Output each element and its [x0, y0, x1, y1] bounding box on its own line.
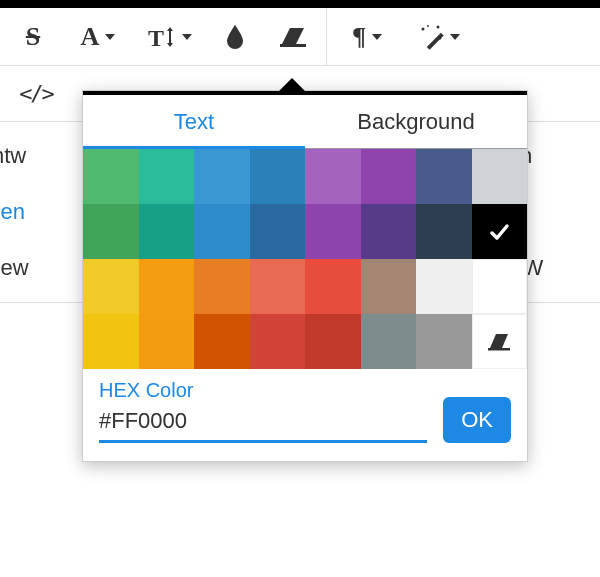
font-size-button[interactable]: T — [134, 8, 206, 66]
toolbar-separator — [326, 8, 327, 66]
tab-text-color[interactable]: Text — [83, 95, 305, 148]
eraser-button[interactable] — [264, 8, 322, 66]
color-swatch[interactable] — [194, 259, 250, 314]
color-swatch[interactable] — [139, 314, 195, 369]
svg-rect-7 — [488, 348, 510, 351]
color-swatch[interactable] — [361, 259, 417, 314]
svg-point-5 — [439, 36, 442, 39]
svg-rect-1 — [280, 44, 306, 47]
hex-input[interactable] — [99, 404, 427, 443]
ok-button[interactable]: OK — [443, 397, 511, 443]
code-icon: </> — [19, 81, 53, 106]
svg-point-6 — [427, 25, 429, 27]
font-family-button[interactable]: A — [62, 8, 134, 66]
color-swatch[interactable] — [416, 204, 472, 259]
color-swatch[interactable] — [250, 314, 306, 369]
chevron-down-icon — [182, 34, 192, 40]
svg-point-4 — [437, 25, 440, 28]
color-swatch-grid — [83, 149, 527, 369]
color-swatch[interactable] — [139, 149, 195, 204]
color-swatch[interactable] — [83, 259, 139, 314]
color-swatch[interactable] — [305, 204, 361, 259]
tab-background-color[interactable]: Background — [305, 95, 527, 148]
color-swatch[interactable] — [416, 259, 472, 314]
color-swatch[interactable] — [416, 149, 472, 204]
pilcrow-icon: ¶ — [352, 22, 366, 52]
svg-text:T: T — [148, 25, 164, 50]
color-swatch[interactable] — [472, 204, 528, 259]
color-swatch[interactable] — [305, 149, 361, 204]
font-icon: A — [81, 22, 100, 52]
chevron-down-icon — [372, 34, 382, 40]
color-swatch[interactable] — [250, 149, 306, 204]
color-swatch[interactable] — [250, 259, 306, 314]
chevron-down-icon — [450, 34, 460, 40]
color-swatch[interactable] — [83, 149, 139, 204]
strikethrough-button[interactable]: S — [4, 8, 62, 66]
color-swatch[interactable] — [83, 314, 139, 369]
color-swatch[interactable] — [139, 204, 195, 259]
color-popover: Text Background HEX Color OK — [82, 90, 528, 462]
paragraph-button[interactable]: ¶ — [331, 8, 403, 66]
tint-icon — [225, 24, 245, 50]
color-swatch[interactable] — [83, 204, 139, 259]
hex-label: HEX Color — [99, 379, 427, 402]
check-icon — [488, 221, 510, 243]
content-text: n new — [0, 255, 29, 280]
svg-rect-2 — [427, 32, 444, 49]
magic-button[interactable] — [403, 8, 475, 66]
color-swatch[interactable] — [194, 314, 250, 369]
magic-wand-icon — [418, 24, 444, 50]
popover-arrow — [279, 78, 305, 91]
text-color-button[interactable] — [206, 8, 264, 66]
color-swatch[interactable] — [250, 204, 306, 259]
color-swatch[interactable] — [361, 314, 417, 369]
color-swatch[interactable] — [194, 149, 250, 204]
color-swatch[interactable] — [194, 204, 250, 259]
editor-toolbar: S A T ¶ — [0, 8, 600, 66]
color-swatch[interactable] — [416, 314, 472, 369]
color-reset-swatch[interactable] — [472, 314, 528, 369]
color-swatch[interactable] — [361, 149, 417, 204]
color-swatch[interactable] — [305, 314, 361, 369]
strikethrough-icon: S — [26, 22, 40, 52]
color-swatch[interactable] — [139, 259, 195, 314]
chevron-down-icon — [105, 34, 115, 40]
eraser-icon — [486, 332, 512, 352]
eraser-icon — [278, 26, 308, 48]
code-view-button[interactable]: </> — [12, 65, 60, 123]
svg-point-3 — [422, 27, 425, 30]
text-height-icon: T — [148, 24, 176, 50]
color-tabs: Text Background — [83, 95, 527, 149]
content-link[interactable]: umen — [0, 199, 25, 224]
color-swatch[interactable] — [472, 259, 528, 314]
color-swatch[interactable] — [361, 204, 417, 259]
color-swatch[interactable] — [305, 259, 361, 314]
color-swatch[interactable] — [472, 149, 528, 204]
content-text: lightw — [0, 143, 26, 168]
